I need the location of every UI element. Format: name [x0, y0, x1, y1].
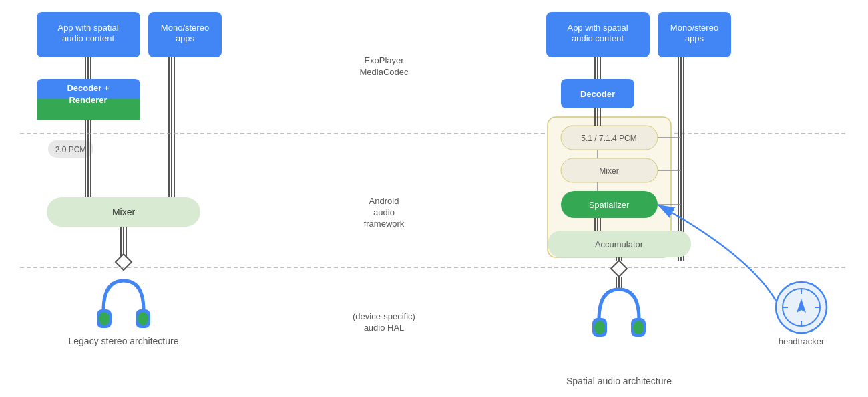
- left-renderer-green-bottom: [37, 114, 140, 120]
- left-renderer-text: Renderer: [69, 95, 107, 105]
- left-decoder-text: Decoder +: [67, 83, 110, 93]
- mediacodec-label: MediaCodec: [360, 67, 409, 77]
- device-specific-label: (device-specific): [353, 311, 415, 321]
- svg-text:audio content: audio content: [62, 33, 114, 43]
- headtracker-label: headtracker: [779, 336, 825, 346]
- right-decoder-text: Decoder: [580, 89, 615, 99]
- left-app-spatial-text: App with spatial: [57, 23, 118, 33]
- right-headphones: [592, 289, 646, 337]
- svg-point-3: [99, 312, 110, 325]
- svg-text:apps: apps: [176, 33, 195, 43]
- svg-point-9: [594, 321, 605, 334]
- left-mixer-text: Mixer: [112, 207, 136, 217]
- svg-point-11: [633, 321, 644, 334]
- right-mono-stereo-text: Mono/stereo: [670, 23, 718, 33]
- left-title: Legacy stereo architecture: [69, 336, 179, 346]
- audio-hal-label: audio HAL: [364, 323, 405, 333]
- exoplayer-label: ExoPlayer: [364, 55, 404, 65]
- right-title: Spatial audio architecture: [566, 376, 672, 386]
- svg-point-5: [138, 312, 148, 325]
- audio-framework-label1: audio: [373, 207, 395, 217]
- right-app-spatial-text: App with spatial: [567, 23, 628, 33]
- svg-text:apps: apps: [685, 33, 704, 43]
- right-pcm-text: 5.1 / 7.1.4 PCM: [581, 134, 636, 143]
- svg-text:audio content: audio content: [572, 33, 624, 43]
- right-accumulator-text: Accumulator: [595, 239, 644, 249]
- left-headphones: [97, 281, 150, 328]
- left-pcm-text: 2.0 PCM: [55, 145, 87, 154]
- audio-framework-label2: framework: [364, 219, 405, 229]
- left-mono-stereo-text: Mono/stereo: [161, 23, 209, 33]
- diagram-container: App with spatial audio content Mono/ster…: [0, 0, 868, 397]
- right-spatializer-text: Spatializer: [589, 200, 630, 210]
- android-audio-label: Android: [369, 196, 399, 206]
- right-mixer-text: Mixer: [599, 166, 618, 176]
- right-diamond: [611, 261, 627, 277]
